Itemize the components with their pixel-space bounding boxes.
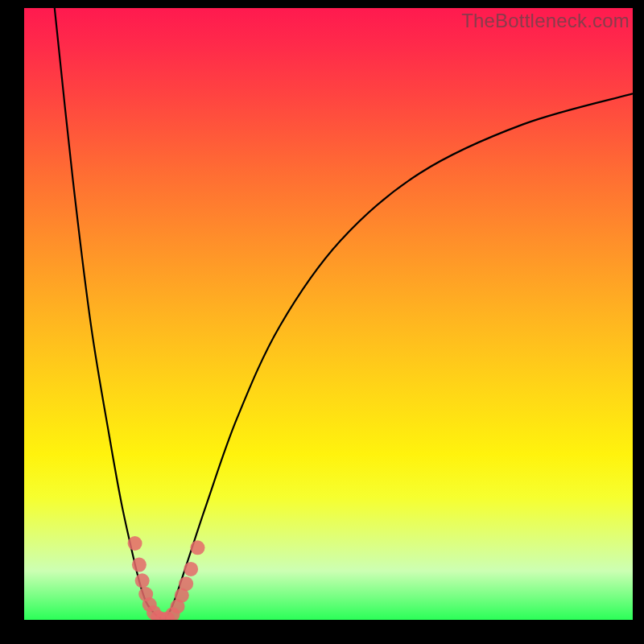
data-point-marker <box>135 573 150 588</box>
data-point-marker <box>132 558 147 572</box>
chart-outer-frame: TheBottleneck.com <box>0 0 644 644</box>
data-point-marker <box>179 576 193 591</box>
line-right-branch <box>164 93 633 620</box>
data-point-marker <box>128 536 142 551</box>
data-point-marker <box>190 540 204 555</box>
line-left-branch <box>55 8 164 620</box>
data-point-markers <box>128 536 205 620</box>
watermark-text: TheBottleneck.com <box>461 10 630 32</box>
data-point-marker <box>184 562 198 576</box>
chart-curves-layer <box>24 8 633 620</box>
